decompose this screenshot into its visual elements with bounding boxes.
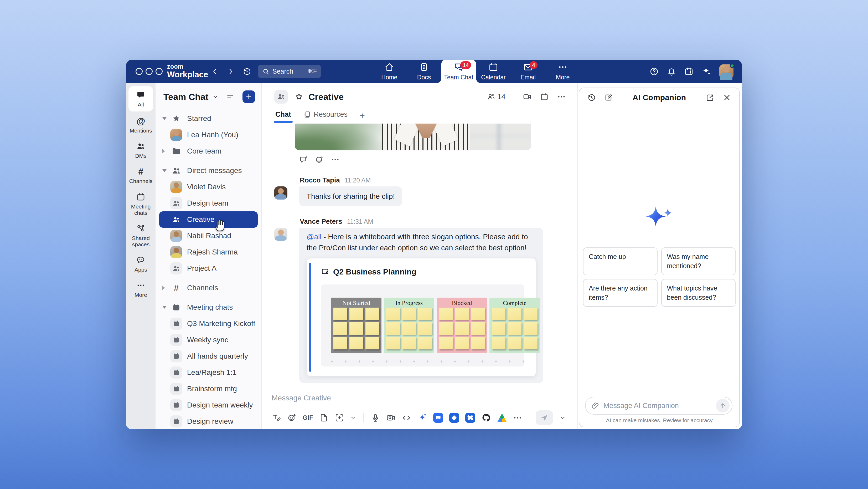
sidebar-section-channels[interactable]: # Channels xyxy=(159,280,258,296)
filter-icon[interactable] xyxy=(226,92,235,102)
gif-icon[interactable]: GIF xyxy=(303,414,313,422)
attachment-paperclip-icon[interactable] xyxy=(591,401,600,410)
screen-capture-icon[interactable] xyxy=(335,413,344,423)
sidebar-item-lea-hanh[interactable]: Lea Hanh (You) xyxy=(159,127,258,143)
composer-input[interactable] xyxy=(272,388,566,402)
x-app-icon[interactable] xyxy=(465,413,475,423)
capture-chevron-icon[interactable] xyxy=(350,415,356,421)
expand-caret-icon[interactable] xyxy=(162,286,165,290)
rail-item-meeting-chats[interactable]: Meeting chats xyxy=(126,189,156,220)
chip-was-my-name-mentioned[interactable]: Was my name mentioned? xyxy=(661,248,736,275)
sidebar-section-meeting-chats[interactable]: Meeting chats xyxy=(159,299,258,315)
chat-more-icon[interactable] xyxy=(557,92,566,101)
nav-back-button[interactable] xyxy=(210,66,220,77)
tab-chat[interactable]: Chat xyxy=(275,110,291,122)
sidebar-item-project-a[interactable]: Project A xyxy=(159,260,258,277)
jira-app-icon[interactable] xyxy=(449,413,459,423)
tab-add-button[interactable]: + xyxy=(360,110,365,124)
sidebar-title-chevron-icon[interactable] xyxy=(212,93,219,100)
rail-item-more[interactable]: More xyxy=(126,277,156,302)
nav-tab-calendar[interactable]: Calendar xyxy=(476,60,511,83)
whiteboard-canvas[interactable]: Not Started In Progress Bl xyxy=(321,284,524,367)
ai-send-button[interactable] xyxy=(716,399,730,412)
video-message-icon[interactable] xyxy=(386,413,396,423)
chip-action-items[interactable]: Are there any action items? xyxy=(583,279,657,307)
start-video-meeting-icon[interactable] xyxy=(523,92,532,101)
mention-all[interactable]: @all xyxy=(307,233,321,241)
expand-caret-icon[interactable] xyxy=(162,149,165,153)
ai-history-icon[interactable] xyxy=(587,93,596,102)
nav-tab-docs[interactable]: Docs xyxy=(407,60,441,83)
window-minimize-button[interactable] xyxy=(146,68,153,75)
star-channel-icon[interactable] xyxy=(295,92,303,101)
schedule-meeting-icon[interactable] xyxy=(540,92,549,101)
rail-item-all[interactable]: All xyxy=(128,86,153,112)
ai-companion-sparkle-icon[interactable] xyxy=(702,66,711,77)
sidebar-section-starred[interactable]: Starred xyxy=(159,110,258,127)
sidebar-item-design-team-weekly[interactable]: Design team weekly xyxy=(159,397,258,413)
ai-input-field[interactable] xyxy=(603,402,712,410)
nav-tab-home[interactable]: Home xyxy=(372,60,407,83)
nav-tab-team-chat[interactable]: Team Chat 14 xyxy=(441,60,476,83)
calendar-panel-icon[interactable] xyxy=(684,67,693,76)
rail-item-mentions[interactable]: @ Mentions xyxy=(126,113,156,138)
chip-catch-me-up[interactable]: Catch me up xyxy=(583,248,657,275)
message-more-icon[interactable] xyxy=(331,155,340,164)
sidebar-item-creative[interactable]: Creative xyxy=(159,211,258,228)
audio-message-mic-icon[interactable] xyxy=(371,413,380,423)
help-icon[interactable] xyxy=(649,67,659,76)
sidebar-folder-core-team[interactable]: Core team xyxy=(159,143,258,159)
new-chat-button[interactable] xyxy=(243,90,255,103)
ai-open-external-icon[interactable] xyxy=(706,93,715,102)
send-options-chevron-icon[interactable] xyxy=(560,414,566,421)
sidebar-item-brainstorm-mtg[interactable]: Brainstorm mtg xyxy=(159,381,258,397)
sidebar-item-nabil-rashad[interactable]: Nabil Rashad xyxy=(159,228,258,244)
nav-tab-email[interactable]: Email 4 xyxy=(511,60,546,83)
add-reaction-icon[interactable] xyxy=(315,155,324,164)
collapse-caret-icon[interactable] xyxy=(162,117,166,120)
collapse-caret-icon[interactable] xyxy=(162,169,166,172)
chip-topics-discussed[interactable]: What topics have been discussed? xyxy=(661,279,736,307)
ai-message-input[interactable] xyxy=(585,397,733,414)
window-close-button[interactable] xyxy=(135,68,143,75)
reply-in-thread-icon[interactable] xyxy=(299,155,308,164)
code-snippet-icon[interactable] xyxy=(402,413,411,423)
search-input[interactable]: Search ⌘F xyxy=(258,65,321,78)
emoji-icon[interactable] xyxy=(287,413,297,423)
collapse-caret-icon[interactable] xyxy=(162,306,166,309)
toolbar-more-icon[interactable] xyxy=(513,413,522,423)
window-zoom-button[interactable] xyxy=(156,68,163,75)
history-button[interactable] xyxy=(242,66,252,77)
sidebar-item-q3-marketing-kickoff[interactable]: Q3 Marketing Kickoff xyxy=(159,315,258,332)
ai-new-chat-icon[interactable] xyxy=(604,93,613,102)
send-button[interactable] xyxy=(536,410,553,425)
user-avatar[interactable] xyxy=(719,64,734,79)
video-thumbnail[interactable] xyxy=(295,123,531,150)
rail-item-dms[interactable]: DMs xyxy=(126,138,156,163)
member-count[interactable]: 14 xyxy=(487,92,505,101)
ai-close-icon[interactable] xyxy=(722,93,732,102)
attach-file-icon[interactable] xyxy=(319,413,329,423)
nav-tab-more[interactable]: More xyxy=(546,60,580,83)
sidebar-item-weekly-sync[interactable]: Weekly sync xyxy=(159,332,258,348)
nav-forward-button[interactable] xyxy=(225,66,236,77)
notifications-bell-icon[interactable] xyxy=(667,67,676,76)
rail-item-apps[interactable]: Apps xyxy=(126,252,156,277)
tab-resources[interactable]: Resources xyxy=(303,110,347,122)
google-drive-app-icon[interactable] xyxy=(497,413,507,422)
github-app-icon[interactable] xyxy=(481,413,491,423)
format-text-icon[interactable] xyxy=(272,413,281,423)
sidebar-item-all-hands-quarterly[interactable]: All hands quarterly xyxy=(159,348,258,364)
whiteboard-card[interactable]: Q2 Business Planning Not Started xyxy=(307,258,536,376)
sidebar-item-rajesh-sharma[interactable]: Rajesh Sharma xyxy=(159,244,258,260)
zoom-chat-app-icon[interactable] xyxy=(433,413,443,423)
sidebar-item-violet-davis[interactable]: Violet Davis xyxy=(159,179,258,195)
ai-companion-icon[interactable] xyxy=(417,413,427,423)
sidebar-item-design-team[interactable]: Design team xyxy=(159,195,258,211)
sidebar-section-direct-messages[interactable]: Direct messages xyxy=(159,163,258,179)
sidebar-item-lea-rajesh-1-1[interactable]: Lea/Rajesh 1:1 xyxy=(159,364,258,381)
sidebar-item-design-review[interactable]: Design review xyxy=(159,413,258,429)
rail-item-channels[interactable]: # Channels xyxy=(126,163,156,188)
message-list[interactable]: Rocco Tapia 11:20 AM Thanks for sharing … xyxy=(262,123,578,388)
rail-item-shared-spaces[interactable]: Shared spaces xyxy=(126,220,156,252)
